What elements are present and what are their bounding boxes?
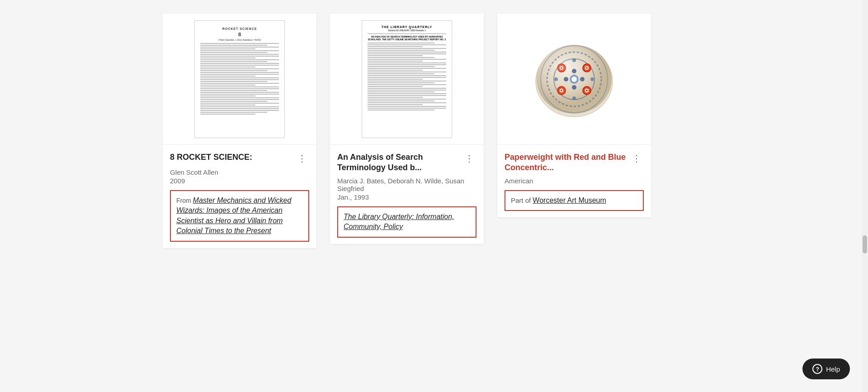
svg-point-26 bbox=[554, 77, 558, 81]
doc-1-title: ROCKET SCIENCE bbox=[200, 27, 279, 30]
millefiori-4 bbox=[582, 86, 591, 95]
card-3-source-label: Part of bbox=[511, 196, 533, 204]
card-2-year: Jan., 1993 bbox=[337, 193, 476, 201]
card-2-source-box: The Library Quarterly: Information, Comm… bbox=[337, 206, 476, 238]
card-2-more-options[interactable]: ⋮ bbox=[462, 152, 476, 165]
card-2-author: Marcia J. Bates, Deborah N. Wilde, Susan… bbox=[337, 177, 476, 192]
card-1-source-label: From bbox=[176, 197, 193, 204]
card-1-source-box: From Master Mechanics and Wicked Wizards… bbox=[170, 190, 309, 242]
card-3-title: Paperweight with Red and Blue Concentric… bbox=[505, 152, 629, 173]
doc-2-preview: THE LIBRARY QUARTERLY Volume 63 JANUARY … bbox=[362, 20, 452, 138]
doc-2-lines bbox=[368, 43, 446, 110]
card-1-header: 8 ROCKET SCIENCE: ⋮ bbox=[170, 152, 309, 165]
doc-2-meta: Volume 63 JANUARY 1993 Number 1 bbox=[368, 29, 446, 32]
svg-point-7 bbox=[572, 85, 576, 90]
help-label: Help bbox=[826, 365, 840, 373]
result-card-3: Paperweight with Red and Blue Concentric… bbox=[497, 14, 651, 217]
doc-1-preview: ROCKET SCIENCE 8 (Their) Sputniks + (Our… bbox=[194, 20, 285, 138]
doc-2-title: THE LIBRARY QUARTERLY bbox=[368, 25, 446, 29]
card-3-header: Paperweight with Red and Blue Concentric… bbox=[505, 152, 644, 173]
doc-1-number: 8 bbox=[200, 32, 279, 37]
card-2-thumbnail: THE LIBRARY QUARTERLY Volume 63 JANUARY … bbox=[330, 14, 484, 145]
svg-point-21 bbox=[561, 90, 562, 91]
card-1-info: 8 ROCKET SCIENCE: ⋮ Glen Scott Allen 200… bbox=[163, 145, 316, 248]
help-icon: ? bbox=[812, 364, 822, 374]
svg-point-25 bbox=[586, 90, 588, 91]
svg-point-6 bbox=[572, 69, 576, 73]
card-2-title: An Analysis of Search Terminology Used b… bbox=[337, 152, 462, 173]
scrollbar[interactable] bbox=[862, 0, 868, 392]
card-3-source-box: Part of Worcester Art Museum bbox=[505, 190, 644, 211]
doc-2-subtitle: AN ANALYSIS OF SEARCH TERMINOLOGY USED B… bbox=[368, 35, 446, 41]
page-container: ROCKET SCIENCE 8 (Their) Sputniks + (Our… bbox=[0, 0, 868, 392]
card-1-author: Glen Scott Allen bbox=[170, 168, 309, 176]
card-3-info: Paperweight with Red and Blue Concentric… bbox=[497, 145, 651, 217]
millefiori-3 bbox=[557, 86, 566, 95]
doc-1-lines bbox=[200, 43, 279, 115]
doc-1-subtitle: (Their) Sputniks + (Our) Daedalus = NASA bbox=[200, 38, 279, 41]
svg-point-28 bbox=[572, 58, 576, 62]
svg-point-17 bbox=[586, 67, 588, 69]
result-card-2: THE LIBRARY QUARTERLY Volume 63 JANUARY … bbox=[330, 14, 484, 244]
card-1-title: 8 ROCKET SCIENCE: bbox=[170, 152, 295, 163]
card-3-title-link[interactable]: Paperweight with Red and Blue Concentric… bbox=[505, 153, 626, 172]
svg-point-5 bbox=[571, 76, 577, 82]
card-2-source-link[interactable]: The Library Quarterly: Information, Comm… bbox=[344, 213, 454, 230]
card-1-year: 2009 bbox=[170, 177, 309, 185]
svg-point-29 bbox=[572, 96, 576, 100]
card-3-more-options[interactable]: ⋮ bbox=[629, 152, 644, 165]
card-3-origin: American bbox=[505, 177, 644, 185]
card-1-more-options[interactable]: ⋮ bbox=[295, 152, 309, 165]
svg-point-9 bbox=[580, 77, 585, 81]
paperweight-image bbox=[529, 34, 619, 124]
card-2-header: An Analysis of Search Terminology Used b… bbox=[337, 152, 476, 173]
card-3-museum-link[interactable]: Worcester Art Museum bbox=[533, 196, 606, 204]
result-card-1: ROCKET SCIENCE 8 (Their) Sputniks + (Our… bbox=[163, 14, 316, 248]
card-1-thumbnail: ROCKET SCIENCE 8 (Their) Sputniks + (Our… bbox=[163, 14, 316, 145]
results-grid: ROCKET SCIENCE 8 (Their) Sputniks + (Our… bbox=[163, 9, 705, 383]
millefiori-2 bbox=[582, 63, 591, 72]
card-2-info: An Analysis of Search Terminology Used b… bbox=[330, 145, 484, 244]
card-1-source-link[interactable]: Master Mechanics and Wicked Wizards: Ima… bbox=[176, 196, 291, 234]
card-3-thumbnail bbox=[497, 14, 651, 145]
scrollbar-thumb[interactable] bbox=[863, 235, 867, 253]
help-button[interactable]: ? Help bbox=[802, 359, 850, 379]
svg-point-8 bbox=[564, 77, 568, 81]
svg-point-27 bbox=[590, 77, 594, 81]
